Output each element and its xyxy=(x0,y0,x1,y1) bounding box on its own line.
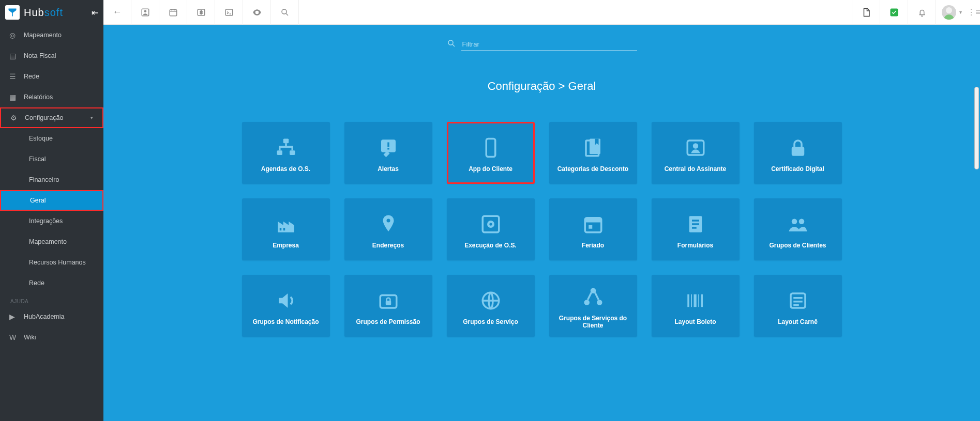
chevron-down-icon: ▾ xyxy=(959,9,962,15)
svg-rect-13 xyxy=(387,143,389,147)
scrollbar-thumb[interactable] xyxy=(974,87,979,169)
sidebar-item-wiki[interactable]: W Wiki xyxy=(0,327,103,348)
play-icon: ▶ xyxy=(9,313,19,321)
card-alertas[interactable]: Alertas xyxy=(344,122,432,184)
pin-icon: ◎ xyxy=(9,31,19,39)
sidebar-item-label: Financeiro xyxy=(29,176,59,183)
svg-rect-29 xyxy=(589,225,592,229)
card-central-do-assinante[interactable]: Central do Assinante xyxy=(652,122,740,184)
svg-rect-31 xyxy=(692,220,699,222)
card-label: Layout Carnê xyxy=(775,318,821,325)
card-categorias-de-desconto[interactable]: Categorias de Desconto xyxy=(549,122,637,184)
svg-point-1 xyxy=(144,10,146,12)
brand-mark-icon xyxy=(5,5,20,20)
card-agendas-de-o-s[interactable]: Agendas de O.S. xyxy=(242,122,330,184)
brand-logo[interactable]: Hubsoft ⇤ xyxy=(0,0,103,25)
sidebar-item-rede[interactable]: ☰ Rede xyxy=(0,66,103,87)
lock-icon xyxy=(787,133,809,162)
svg-rect-44 xyxy=(693,294,696,307)
sidebar-sub-mapeamento[interactable]: Mapeamento xyxy=(0,231,103,252)
content-area: Configuração > Geral Agendas de O.S.Aler… xyxy=(103,25,980,421)
svg-rect-15 xyxy=(486,139,495,157)
card-grupos-de-servi-o[interactable]: Grupos de Serviço xyxy=(447,275,535,337)
notifications-button[interactable] xyxy=(908,0,936,25)
idcard-icon xyxy=(685,133,706,162)
sidebar-sub-recursos-humanos[interactable]: Recursos Humanos xyxy=(0,252,103,273)
card-label: Central do Assinante xyxy=(661,165,730,173)
card-app-do-cliente[interactable]: App do Cliente xyxy=(447,122,535,184)
svg-rect-37 xyxy=(385,301,391,305)
sidebar-sub-fiscal[interactable]: Fiscal xyxy=(0,149,103,169)
card-label: Grupos de Notificação xyxy=(249,318,322,325)
svg-rect-49 xyxy=(793,301,803,303)
sidebar-item-nota-fiscal[interactable]: ▤ Nota Fiscal xyxy=(0,45,103,66)
card-layout-carn[interactable]: Layout Carnê xyxy=(754,275,842,337)
org-icon xyxy=(275,133,297,162)
svg-rect-21 xyxy=(279,228,281,230)
finance-button[interactable]: $ xyxy=(187,0,215,25)
sidebar-sub-geral[interactable]: Geral xyxy=(0,190,103,211)
card-endere-os[interactable]: Endereços xyxy=(344,198,432,260)
card-grupos-de-servi-os-do-cliente[interactable]: Grupos de Serviços do Cliente xyxy=(549,275,637,337)
sidebar-item-hubacademia[interactable]: ▶ HubAcademia xyxy=(0,306,103,327)
gearbox-icon xyxy=(480,210,502,239)
svg-rect-2 xyxy=(170,9,177,15)
svg-point-41 xyxy=(597,300,602,305)
sidebar-item-label: Configuração xyxy=(25,114,63,121)
svg-point-26 xyxy=(489,223,492,225)
sidebar-item-label: Nota Fiscal xyxy=(24,52,56,59)
edge-list-icon[interactable]: ⋮≡ xyxy=(968,0,980,25)
sidebar-item-label: HubAcademia xyxy=(24,313,65,320)
sidebar-item-label: Estoque xyxy=(29,135,53,142)
svg-rect-46 xyxy=(701,294,703,307)
status-ok-button[interactable] xyxy=(880,0,908,25)
card-label: Endereços xyxy=(369,242,407,249)
sidebar-item-relatorios[interactable]: ▦ Relatórios xyxy=(0,87,103,107)
svg-rect-11 xyxy=(290,150,295,155)
alert-icon xyxy=(378,133,399,162)
sidebar-sub-integracoes[interactable]: Integrações xyxy=(0,211,103,231)
card-grupos-de-permiss-o[interactable]: Grupos de Permissão xyxy=(344,275,432,337)
card-label: Grupos de Serviços do Cliente xyxy=(549,315,637,329)
svg-point-40 xyxy=(584,300,590,305)
card-layout-boleto[interactable]: Layout Boleto xyxy=(652,275,740,337)
sidebar-item-label: Rede xyxy=(29,279,44,287)
card-execu-o-de-o-s[interactable]: Execução de O.S. xyxy=(447,198,535,260)
sidebar-collapse-icon[interactable]: ⇤ xyxy=(92,8,98,18)
svg-rect-28 xyxy=(585,218,601,223)
back-button[interactable]: ← xyxy=(103,0,131,25)
export-pdf-button[interactable] xyxy=(852,0,880,25)
profile-menu[interactable]: ▾ xyxy=(936,0,968,25)
card-grupos-de-clientes[interactable]: Grupos de Clientes xyxy=(754,198,842,260)
sidebar-item-label: Geral xyxy=(30,197,46,204)
sidebar-item-label: Mapeamento xyxy=(24,32,62,39)
user-button[interactable] xyxy=(131,0,159,25)
sidebar-sub-rede[interactable]: Rede xyxy=(0,273,103,293)
filter-input[interactable] xyxy=(461,38,637,51)
card-certificado-digital[interactable]: Certificado Digital xyxy=(754,122,842,184)
svg-rect-43 xyxy=(691,294,692,307)
card-feriado[interactable]: Feriado xyxy=(549,198,637,260)
svg-rect-9 xyxy=(283,139,289,144)
card-label: Grupos de Permissão xyxy=(353,318,423,325)
svg-point-23 xyxy=(386,219,390,223)
sidebar-sub-financeiro[interactable]: Financeiro xyxy=(0,169,103,190)
terminal-button[interactable] xyxy=(215,0,243,25)
gear-icon: ⚙ xyxy=(10,114,20,122)
card-grupos-de-notifica-o[interactable]: Grupos de Notificação xyxy=(242,275,330,337)
breadcrumb: Configuração > Geral xyxy=(103,80,980,93)
card-grid: Agendas de O.S.AlertasApp do ClienteCate… xyxy=(103,122,980,337)
visibility-button[interactable] xyxy=(243,0,271,25)
pin-icon xyxy=(378,210,399,239)
forms-icon xyxy=(685,210,706,239)
sidebar-item-configuracao[interactable]: ⚙ Configuração ▾ xyxy=(0,107,103,128)
search-button[interactable] xyxy=(271,0,299,25)
card-formul-rios[interactable]: Formulários xyxy=(652,198,740,260)
sidebar-sub-estoque[interactable]: Estoque xyxy=(0,128,103,149)
calendar-button[interactable] xyxy=(159,0,187,25)
bookmarks-icon xyxy=(582,133,604,162)
receipt-icon: ▤ xyxy=(9,52,19,60)
svg-rect-10 xyxy=(277,150,282,155)
sidebar-item-mapeamento[interactable]: ◎ Mapeamento xyxy=(0,25,103,45)
card-empresa[interactable]: Empresa xyxy=(242,198,330,260)
